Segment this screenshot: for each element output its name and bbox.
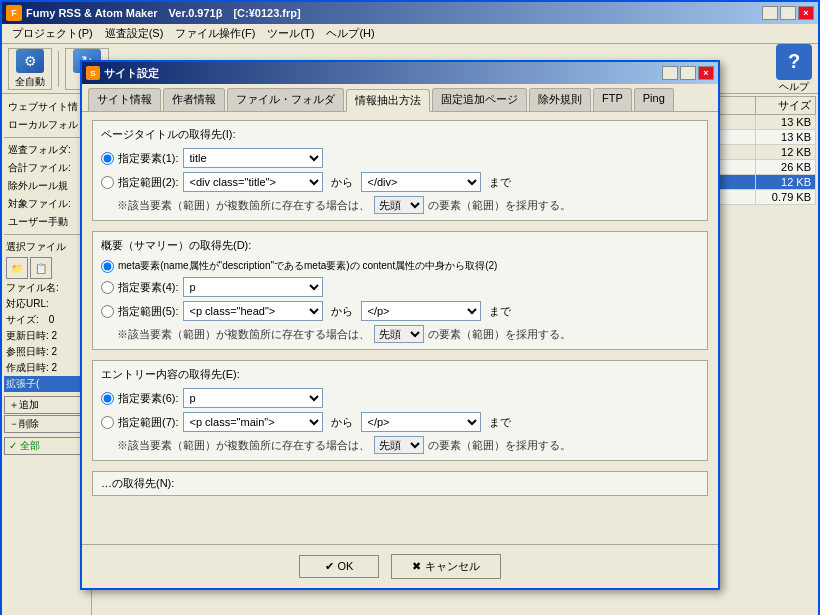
label-kara-2: から [327, 304, 357, 319]
help-area: ? ヘルプ [776, 44, 812, 94]
main-title-bar: F Fumy RSS & Atom Maker Ver.0.971β [C:¥0… [2, 2, 818, 24]
note-suffix-1: の要素（範囲）を採用する。 [428, 198, 571, 213]
select-elem1[interactable]: title [183, 148, 323, 168]
app-title: Fumy RSS & Atom Maker Ver.0.971β [C:¥012… [26, 6, 301, 21]
radio-range5-label: 指定範囲(5): [118, 304, 179, 319]
radio-range7[interactable] [101, 416, 114, 429]
select-range7-to[interactable]: </p> [361, 412, 481, 432]
menu-file[interactable]: ファイル操作(F) [169, 24, 261, 43]
menu-help[interactable]: ヘルプ(H) [320, 24, 380, 43]
help-label: ヘルプ [779, 80, 809, 94]
size-cell: 12 KB [756, 145, 816, 160]
remove-button[interactable]: －削除 [4, 415, 89, 433]
radio-elem1-label: 指定要素(1): [118, 151, 179, 166]
section-summary-label: 概要（サマリー）の取得先(D): [101, 238, 699, 253]
dialog-title-bar: S サイト設定 _ □ × [82, 62, 718, 84]
tab-site-info[interactable]: サイト情報 [88, 88, 161, 111]
label-made-1: まで [485, 175, 515, 190]
radio-range5[interactable] [101, 305, 114, 318]
menu-project[interactable]: プロジェクト(P) [6, 24, 99, 43]
lp-size: サイズ: 0 [4, 312, 89, 328]
section-page-title: ページタイトルの取得先(I): 指定要素(1): title 指定範囲(2): … [92, 120, 708, 221]
radio-range1[interactable] [101, 176, 114, 189]
dialog-maximize-button[interactable]: □ [680, 66, 696, 80]
tab-extract-method[interactable]: 情報抽出方法 [346, 89, 430, 112]
minimize-button[interactable]: _ [762, 6, 778, 20]
note-select-3[interactable]: 先頭 [374, 436, 424, 454]
note-select-1[interactable]: 先頭 [374, 196, 424, 214]
tab-file-folder[interactable]: ファイル・フォルダ [227, 88, 344, 111]
size-cell: 12 KB [756, 175, 816, 190]
lp-local: ローカルフォル [4, 116, 89, 134]
radio-row-meta: meta要素(name属性が"description"であるmeta要素)の c… [101, 259, 699, 273]
maximize-button[interactable]: □ [780, 6, 796, 20]
lp-target: 対象ファイル: [4, 195, 89, 213]
size-cell: 26 KB [756, 160, 816, 175]
label-made-2: まで [485, 304, 515, 319]
note-text-1: ※該当要素（範囲）が複数箇所に存在する場合は、 [117, 198, 370, 213]
toolbar-all-auto-label: 全自動 [15, 75, 45, 89]
dialog-minimize-button[interactable]: _ [662, 66, 678, 80]
note-text-2: ※該当要素（範囲）が複数箇所に存在する場合は、 [117, 327, 370, 342]
select-elem4[interactable]: p [183, 277, 323, 297]
menu-bar: プロジェクト(P) 巡査設定(S) ファイル操作(F) ツール(T) ヘルプ(H… [2, 24, 818, 44]
lp-add-remove: ＋追加 －削除 [4, 396, 89, 433]
radio-elem6[interactable] [101, 392, 114, 405]
size-cell: 13 KB [756, 130, 816, 145]
radio-elem1[interactable] [101, 152, 114, 165]
select-range7-from[interactable]: <p class="main"> [183, 412, 323, 432]
radio-row-range5: 指定範囲(5): <p class="head"> から </p> まで [101, 301, 699, 321]
lp-accessed: 参照日時: 2 [4, 344, 89, 360]
cancel-button[interactable]: ✖ キャンセル [391, 554, 500, 579]
radio-meta[interactable] [101, 260, 114, 273]
select-range5-from[interactable]: <p class="head"> [183, 301, 323, 321]
ok-button[interactable]: ✔ OK [299, 555, 379, 578]
title-bar-buttons: _ □ × [762, 6, 814, 20]
lp-created: 作成日時: 2 [4, 360, 89, 376]
lp-website: ウェブサイト情 [4, 98, 89, 116]
radio-range1-label: 指定範囲(2): [118, 175, 179, 190]
note-row-1: ※該当要素（範囲）が複数箇所に存在する場合は、 先頭 の要素（範囲）を採用する。 [117, 196, 699, 214]
radio-row-elem6: 指定要素(6): p [101, 388, 699, 408]
note-suffix-2: の要素（範囲）を採用する。 [428, 327, 571, 342]
site-settings-dialog: S サイト設定 _ □ × サイト情報 作者情報 ファイル・フォルダ 情報抽出方… [80, 60, 720, 590]
note-select-2[interactable]: 先頭 [374, 325, 424, 343]
toolbar-all-auto-button[interactable]: ⚙ 全自動 [8, 48, 52, 90]
help-icon[interactable]: ? [776, 44, 812, 80]
dialog-title: サイト設定 [104, 66, 159, 81]
radio-row-range1: 指定範囲(2): <div class="title"> から </div> ま… [101, 172, 699, 192]
dialog-tabs: サイト情報 作者情報 ファイル・フォルダ 情報抽出方法 固定追加ページ 除外規則… [82, 84, 718, 112]
app-icon: F [6, 5, 22, 21]
copy-icon[interactable]: 📋 [30, 257, 52, 279]
lp-url: 対応URL: [4, 296, 89, 312]
tab-exclude-rules[interactable]: 除外規則 [529, 88, 591, 111]
lp-filename: ファイル名: [4, 280, 89, 296]
tab-ping[interactable]: Ping [634, 88, 674, 111]
lp-total-files: 合計ファイル: [4, 159, 89, 177]
menu-tools[interactable]: ツール(T) [261, 24, 320, 43]
add-button[interactable]: ＋追加 [4, 396, 89, 414]
radio-row-elem1: 指定要素(1): title [101, 148, 699, 168]
tab-ftp[interactable]: FTP [593, 88, 632, 111]
all-button[interactable]: ✓ 全部 [4, 437, 89, 455]
browse-icon[interactable]: 📁 [6, 257, 28, 279]
lp-exclude: 除外ルール規 [4, 177, 89, 195]
radio-elem4-label: 指定要素(4): [118, 280, 179, 295]
note-text-3: ※該当要素（範囲）が複数箇所に存在する場合は、 [117, 438, 370, 453]
menu-scan[interactable]: 巡査設定(S) [99, 24, 170, 43]
note-row-2: ※該当要素（範囲）が複数箇所に存在する場合は、 先頭 の要素（範囲）を採用する。 [117, 325, 699, 343]
select-elem6[interactable]: p [183, 388, 323, 408]
radio-elem4[interactable] [101, 281, 114, 294]
size-cell: 0.79 KB [756, 190, 816, 205]
dialog-icon: S [86, 66, 100, 80]
tab-author-info[interactable]: 作者情報 [163, 88, 225, 111]
lp-updated: 更新日時: 2 [4, 328, 89, 344]
tab-fixed-pages[interactable]: 固定追加ページ [432, 88, 527, 111]
select-range5-to[interactable]: </p> [361, 301, 481, 321]
lp-all-btn-wrap: ✓ 全部 [4, 437, 89, 455]
select-range1-from[interactable]: <div class="title"> [183, 172, 323, 192]
dialog-close-button[interactable]: × [698, 66, 714, 80]
section-page-title-label: ページタイトルの取得先(I): [101, 127, 699, 142]
close-button[interactable]: × [798, 6, 814, 20]
select-range1-to[interactable]: </div> [361, 172, 481, 192]
